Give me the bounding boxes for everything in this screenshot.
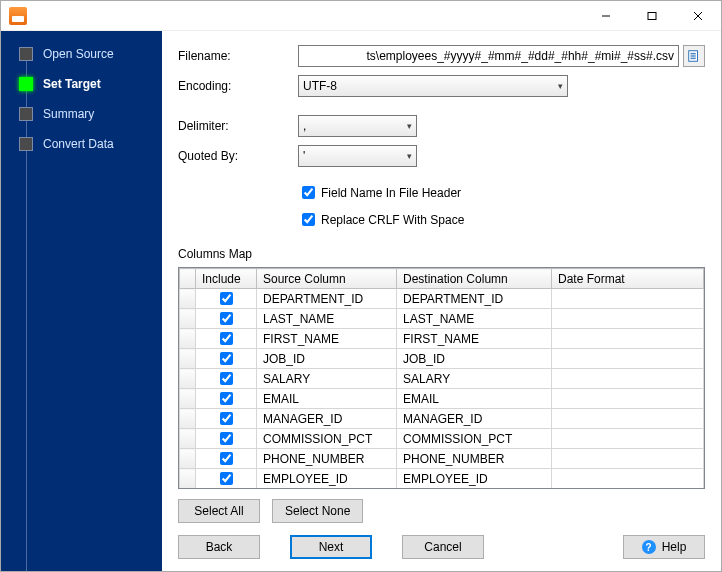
- step-marker-icon: [19, 77, 33, 91]
- source-cell[interactable]: SALARY: [257, 369, 397, 389]
- table-row[interactable]: LAST_NAMELAST_NAME: [180, 309, 704, 329]
- browse-file-button[interactable]: [683, 45, 705, 67]
- table-row[interactable]: JOB_IDJOB_ID: [180, 349, 704, 369]
- destination-cell[interactable]: EMAIL: [397, 389, 552, 409]
- dateformat-cell[interactable]: [552, 389, 704, 409]
- help-button[interactable]: ? Help: [623, 535, 705, 559]
- include-checkbox[interactable]: [220, 412, 233, 425]
- source-cell[interactable]: COMMISSION_PCT: [257, 429, 397, 449]
- table-row[interactable]: PHONE_NUMBERPHONE_NUMBER: [180, 449, 704, 469]
- main-panel: Filename: Encoding: UTF-8 ▾ Delimiter:: [162, 31, 721, 571]
- next-button[interactable]: Next: [290, 535, 372, 559]
- source-header[interactable]: Source Column: [257, 269, 397, 289]
- dateformat-cell[interactable]: mm/dd/yyyy: [552, 489, 704, 490]
- include-checkbox[interactable]: [220, 292, 233, 305]
- include-checkbox[interactable]: [220, 452, 233, 465]
- row-gutter: [180, 369, 196, 389]
- table-row[interactable]: HIRE_DATEHIRE_DATEmm/dd/yyyy: [180, 489, 704, 490]
- row-gutter: [180, 289, 196, 309]
- row-gutter: [180, 409, 196, 429]
- field-name-header-checkbox[interactable]: [302, 186, 315, 199]
- source-cell[interactable]: JOB_ID: [257, 349, 397, 369]
- destination-cell[interactable]: HIRE_DATE: [397, 489, 552, 490]
- maximize-button[interactable]: [629, 1, 675, 31]
- source-cell[interactable]: DEPARTMENT_ID: [257, 289, 397, 309]
- destination-cell[interactable]: JOB_ID: [397, 349, 552, 369]
- dateformat-cell[interactable]: [552, 469, 704, 489]
- source-cell[interactable]: EMAIL: [257, 389, 397, 409]
- step-summary[interactable]: Summary: [1, 99, 162, 129]
- cancel-button[interactable]: Cancel: [402, 535, 484, 559]
- field-name-header-label: Field Name In File Header: [321, 186, 461, 200]
- include-checkbox[interactable]: [220, 372, 233, 385]
- quotedby-combobox[interactable]: ' ▾: [298, 145, 417, 167]
- source-cell[interactable]: FIRST_NAME: [257, 329, 397, 349]
- step-open-source[interactable]: Open Source: [1, 39, 162, 69]
- wizard-steps-sidebar: Open SourceSet TargetSummaryConvert Data: [1, 31, 162, 571]
- include-checkbox[interactable]: [220, 312, 233, 325]
- columns-map-table-wrap[interactable]: Include Source Column Destination Column…: [178, 267, 705, 489]
- step-set-target[interactable]: Set Target: [1, 69, 162, 99]
- back-button[interactable]: Back: [178, 535, 260, 559]
- include-checkbox[interactable]: [220, 472, 233, 485]
- app-icon: [9, 7, 27, 25]
- include-checkbox[interactable]: [220, 332, 233, 345]
- delimiter-combobox[interactable]: , ▾: [298, 115, 417, 137]
- table-row[interactable]: MANAGER_IDMANAGER_ID: [180, 409, 704, 429]
- include-header[interactable]: Include: [196, 269, 257, 289]
- dateformat-header[interactable]: Date Format: [552, 269, 704, 289]
- chevron-down-icon: ▾: [407, 121, 412, 131]
- select-all-button[interactable]: Select All: [178, 499, 260, 523]
- destination-cell[interactable]: PHONE_NUMBER: [397, 449, 552, 469]
- step-label: Open Source: [43, 47, 114, 61]
- row-gutter: [180, 389, 196, 409]
- row-gutter: [180, 309, 196, 329]
- destination-header[interactable]: Destination Column: [397, 269, 552, 289]
- row-header-gutter: [180, 269, 196, 289]
- row-gutter: [180, 329, 196, 349]
- source-cell[interactable]: PHONE_NUMBER: [257, 449, 397, 469]
- dateformat-cell[interactable]: [552, 349, 704, 369]
- encoding-label: Encoding:: [178, 79, 298, 93]
- row-gutter: [180, 489, 196, 490]
- source-cell[interactable]: LAST_NAME: [257, 309, 397, 329]
- replace-crlf-checkbox[interactable]: [302, 213, 315, 226]
- include-checkbox[interactable]: [220, 392, 233, 405]
- svg-rect-4: [689, 51, 698, 62]
- table-row[interactable]: EMPLOYEE_IDEMPLOYEE_ID: [180, 469, 704, 489]
- select-none-button[interactable]: Select None: [272, 499, 363, 523]
- chevron-down-icon: ▾: [558, 81, 563, 91]
- destination-cell[interactable]: COMMISSION_PCT: [397, 429, 552, 449]
- dateformat-cell[interactable]: [552, 369, 704, 389]
- dateformat-cell[interactable]: [552, 309, 704, 329]
- filename-field[interactable]: [298, 45, 679, 67]
- destination-cell[interactable]: DEPARTMENT_ID: [397, 289, 552, 309]
- include-checkbox[interactable]: [220, 432, 233, 445]
- destination-cell[interactable]: EMPLOYEE_ID: [397, 469, 552, 489]
- svg-rect-1: [648, 12, 656, 19]
- dateformat-cell[interactable]: [552, 409, 704, 429]
- step-label: Convert Data: [43, 137, 114, 151]
- step-convert-data[interactable]: Convert Data: [1, 129, 162, 159]
- destination-cell[interactable]: SALARY: [397, 369, 552, 389]
- close-button[interactable]: [675, 1, 721, 31]
- table-row[interactable]: EMAILEMAIL: [180, 389, 704, 409]
- table-row[interactable]: DEPARTMENT_IDDEPARTMENT_ID: [180, 289, 704, 309]
- destination-cell[interactable]: FIRST_NAME: [397, 329, 552, 349]
- dateformat-cell[interactable]: [552, 429, 704, 449]
- table-row[interactable]: COMMISSION_PCTCOMMISSION_PCT: [180, 429, 704, 449]
- chevron-down-icon: ▾: [407, 151, 412, 161]
- table-row[interactable]: FIRST_NAMEFIRST_NAME: [180, 329, 704, 349]
- table-row[interactable]: SALARYSALARY: [180, 369, 704, 389]
- destination-cell[interactable]: LAST_NAME: [397, 309, 552, 329]
- source-cell[interactable]: HIRE_DATE: [257, 489, 397, 490]
- minimize-button[interactable]: [583, 1, 629, 31]
- encoding-combobox[interactable]: UTF-8 ▾: [298, 75, 568, 97]
- source-cell[interactable]: EMPLOYEE_ID: [257, 469, 397, 489]
- source-cell[interactable]: MANAGER_ID: [257, 409, 397, 429]
- destination-cell[interactable]: MANAGER_ID: [397, 409, 552, 429]
- dateformat-cell[interactable]: [552, 329, 704, 349]
- include-checkbox[interactable]: [220, 352, 233, 365]
- dateformat-cell[interactable]: [552, 449, 704, 469]
- dateformat-cell[interactable]: [552, 289, 704, 309]
